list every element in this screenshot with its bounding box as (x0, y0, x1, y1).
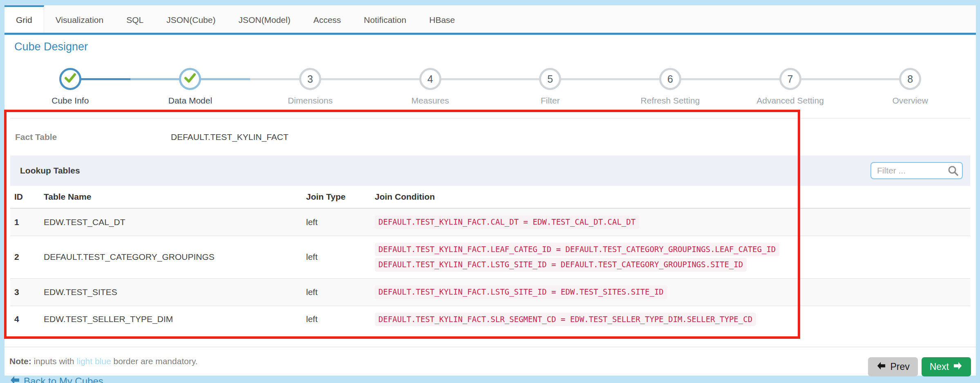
footer-buttons: Prev Next (868, 357, 971, 383)
note-highlight: light blue (77, 356, 111, 366)
fact-table-value: DEFAULT.TEST_KYLIN_FACT (171, 132, 289, 142)
step-connector (490, 78, 540, 80)
note-prefix: Note: (9, 356, 31, 366)
lookup-tables-header: Lookup Tables (10, 155, 970, 186)
tab-sql[interactable]: SQL (115, 5, 155, 33)
step-connector (610, 78, 660, 80)
cell-table-name: EDW.TEST_SITES (40, 278, 302, 306)
column-header-join-condition: Join Condition (371, 186, 970, 208)
step-connector (730, 78, 780, 80)
tab-json-cube-[interactable]: JSON(Cube) (155, 5, 227, 33)
next-button[interactable]: Next (922, 357, 971, 376)
cell-table-name: DEFAULT.TEST_CATEGORY_GROUPINGS (40, 236, 302, 278)
tab-bar: GridVisualizationSQLJSON(Cube)JSON(Model… (4, 5, 976, 33)
cube-designer-window: GridVisualizationSQLJSON(Cube)JSON(Model… (4, 5, 976, 376)
step-circle: 4 (419, 68, 441, 90)
join-condition-code: DEFAULT.TEST_KYLIN_FACT.SLR_SEGMENT_CD =… (375, 313, 756, 327)
lookup-tables-body: 1EDW.TEST_CAL_DTleftDEFAULT.TEST_KYLIN_F… (10, 208, 970, 333)
back-to-my-cubes-link[interactable]: Back to My Cubes (9, 375, 198, 383)
join-condition-code: DEFAULT.TEST_KYLIN_FACT.CAL_DT = EDW.TES… (375, 215, 639, 229)
lookup-table-row: 3EDW.TEST_SITESleftDEFAULT.TEST_KYLIN_FA… (10, 278, 970, 306)
step-connector (321, 78, 370, 80)
tab-visualization[interactable]: Visualization (44, 5, 115, 33)
step-label: Refresh Setting (610, 96, 730, 106)
filter-wrap (870, 162, 963, 179)
back-link-label: Back to My Cubes (24, 376, 103, 383)
cell-join-condition: DEFAULT.TEST_KYLIN_FACT.LEAF_CATEG_ID = … (371, 236, 970, 278)
column-header-table-name: Table Name (40, 186, 302, 208)
mandatory-note: Note: inputs with light blue border are … (9, 356, 198, 366)
wizard-step-measures[interactable]: 4Measures (370, 68, 490, 106)
step-connector (81, 78, 130, 80)
step-connector (850, 78, 899, 80)
column-header-join-type: Join Type (302, 186, 371, 208)
arrow-right-icon (953, 361, 963, 373)
step-connector (130, 78, 180, 80)
step-label: Cube Info (10, 96, 130, 106)
cell-id: 1 (10, 208, 40, 236)
lookup-tables-table: ID Table Name Join Type Join Condition 1… (10, 186, 970, 333)
join-condition-code: DEFAULT.TEST_KYLIN_FACT.LSTG_SITE_ID = E… (375, 285, 667, 299)
step-circle: 5 (539, 68, 561, 90)
step-connector (441, 78, 490, 80)
tab-access[interactable]: Access (302, 5, 353, 33)
arrow-left-icon (9, 375, 20, 383)
step-circle: 8 (899, 68, 921, 90)
wizard-step-refresh-setting[interactable]: 6Refresh Setting (610, 68, 730, 106)
step-connector (681, 78, 730, 80)
cell-join-condition: DEFAULT.TEST_KYLIN_FACT.LSTG_SITE_ID = E… (371, 278, 970, 306)
cell-join-type: left (302, 208, 371, 236)
wizard-steps: Cube InfoData Model3Dimensions4Measures5… (10, 68, 970, 106)
cell-table-name: EDW.TEST_CAL_DT (40, 208, 302, 236)
step-connector (201, 78, 250, 80)
join-condition-code: DEFAULT.TEST_KYLIN_FACT.LSTG_SITE_ID = D… (375, 258, 747, 272)
step-connector (250, 78, 300, 80)
step-label: Measures (370, 96, 490, 106)
step-connector (561, 78, 610, 80)
step-circle (59, 68, 81, 90)
tab-notification[interactable]: Notification (352, 5, 418, 33)
step-connector (801, 78, 850, 80)
magnifier-icon[interactable] (947, 165, 959, 178)
fact-table-row: Fact Table DEFAULT.TEST_KYLIN_FACT (10, 119, 970, 155)
note-text-before: inputs with (31, 356, 77, 366)
checkmark-icon (184, 73, 196, 85)
wizard-step-overview[interactable]: 8Overview (850, 68, 970, 106)
wizard-step-data-model[interactable]: Data Model (130, 68, 251, 106)
tab-json-model-[interactable]: JSON(Model) (227, 5, 302, 33)
wizard-step-advanced-setting[interactable]: 7Advanced Setting (730, 68, 850, 106)
tab-hbase[interactable]: HBase (418, 5, 466, 33)
lookup-table-row: 1EDW.TEST_CAL_DTleftDEFAULT.TEST_KYLIN_F… (10, 208, 970, 236)
step-number: 5 (547, 73, 553, 85)
step-number: 4 (427, 73, 433, 85)
step-number: 6 (667, 73, 673, 85)
page-title: Cube Designer (10, 35, 970, 54)
arrow-left-icon (876, 361, 886, 373)
step-number: 3 (307, 73, 313, 85)
wizard-step-dimensions[interactable]: 3Dimensions (250, 68, 370, 106)
table-header-row: ID Table Name Join Type Join Condition (10, 186, 970, 208)
cell-join-type: left (302, 236, 371, 278)
step-label: Filter (490, 96, 611, 106)
cell-id: 4 (10, 306, 40, 333)
cell-id: 2 (10, 236, 40, 278)
prev-button-label: Prev (890, 361, 909, 372)
prev-button[interactable]: Prev (868, 357, 917, 376)
wizard-step-cube-info[interactable]: Cube Info (10, 68, 130, 106)
cell-table-name: EDW.TEST_SELLER_TYPE_DIM (40, 306, 302, 333)
tab-grid[interactable]: Grid (4, 5, 44, 33)
wizard-step-filter[interactable]: 5Filter (490, 68, 611, 106)
column-header-id: ID (10, 186, 40, 208)
next-button-label: Next (930, 361, 949, 372)
step-circle: 6 (659, 68, 681, 90)
fact-table-label: Fact Table (15, 132, 171, 142)
cell-id: 3 (10, 278, 40, 306)
lookup-table-row: 4EDW.TEST_SELLER_TYPE_DIMleftDEFAULT.TES… (10, 306, 970, 333)
step-circle (179, 68, 201, 90)
join-condition-code: DEFAULT.TEST_KYLIN_FACT.LEAF_CATEG_ID = … (375, 243, 779, 257)
cell-join-condition: DEFAULT.TEST_KYLIN_FACT.CAL_DT = EDW.TES… (371, 208, 970, 236)
step-label: Advanced Setting (730, 96, 850, 106)
footer-left: Note: inputs with light blue border are … (9, 352, 198, 383)
cell-join-type: left (302, 278, 371, 306)
checkmark-icon (64, 73, 76, 85)
